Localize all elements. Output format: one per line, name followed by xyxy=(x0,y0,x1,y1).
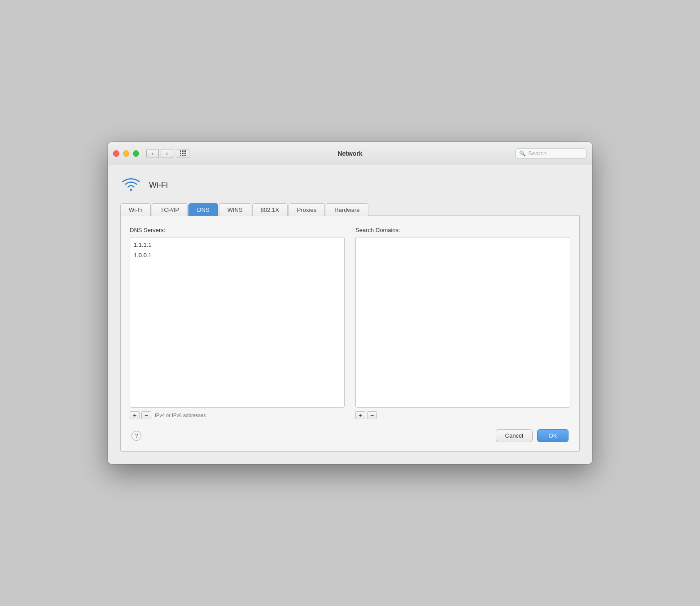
tab-8021x[interactable]: 802.1X xyxy=(252,203,288,216)
tabs-bar: Wi-Fi TCP/IP DNS WINS 802.1X Proxies Har… xyxy=(120,203,580,216)
dns-servers-label: DNS Servers: xyxy=(130,227,345,233)
window-title: Network xyxy=(337,150,362,157)
title-bar: ‹ › Network 🔍 Search xyxy=(108,142,592,165)
search-domains-column: Search Domains: + − xyxy=(355,227,570,419)
help-button[interactable]: ? xyxy=(131,431,141,441)
close-button[interactable] xyxy=(113,150,119,157)
dns-servers-controls: + − IPv4 or IPv6 addresses xyxy=(130,411,345,419)
tab-wins[interactable]: WINS xyxy=(219,203,251,216)
cancel-button[interactable]: Cancel xyxy=(496,429,533,442)
maximize-button[interactable] xyxy=(133,150,139,157)
tab-wifi[interactable]: Wi-Fi xyxy=(120,203,151,216)
dns-servers-column: DNS Servers: 1.1.1.1 1.0.0.1 + − IPv4 or… xyxy=(130,227,345,419)
wifi-svg xyxy=(121,177,141,193)
interface-header: Wi-Fi xyxy=(120,176,580,194)
search-domains-add-button[interactable]: + xyxy=(355,411,365,419)
action-buttons: Cancel OK xyxy=(496,429,569,442)
content-area: Wi-Fi Wi-Fi TCP/IP DNS WINS 802.1X Proxi… xyxy=(108,165,592,464)
svg-point-0 xyxy=(130,189,132,191)
search-icon: 🔍 xyxy=(519,150,526,157)
wifi-icon xyxy=(120,176,142,194)
search-domains-label: Search Domains: xyxy=(355,227,570,233)
search-box[interactable]: 🔍 Search xyxy=(515,148,587,158)
search-domains-list[interactable] xyxy=(355,237,570,408)
interface-name: Wi-Fi xyxy=(149,180,168,190)
tab-tcpip[interactable]: TCP/IP xyxy=(152,203,188,216)
dns-panel: DNS Servers: 1.1.1.1 1.0.0.1 + − IPv4 or… xyxy=(120,216,580,452)
tab-hardware[interactable]: Hardware xyxy=(326,203,368,216)
tab-dns[interactable]: DNS xyxy=(188,203,218,216)
grid-button[interactable] xyxy=(177,149,189,158)
search-domains-remove-button[interactable]: − xyxy=(367,411,377,419)
back-button[interactable]: ‹ xyxy=(146,149,159,158)
dns-servers-list[interactable]: 1.1.1.1 1.0.0.1 xyxy=(130,237,345,408)
forward-button[interactable]: › xyxy=(161,149,173,158)
search-domains-controls: + − xyxy=(355,411,570,419)
traffic-lights xyxy=(113,150,139,157)
dns-layout: DNS Servers: 1.1.1.1 1.0.0.1 + − IPv4 or… xyxy=(130,227,570,419)
search-placeholder: Search xyxy=(528,150,547,157)
network-window: ‹ › Network 🔍 Search xyxy=(108,142,592,464)
ok-button[interactable]: OK xyxy=(537,429,569,442)
dns-remove-button[interactable]: − xyxy=(141,411,151,419)
list-item: 1.1.1.1 xyxy=(134,240,341,250)
nav-buttons: ‹ › xyxy=(146,149,173,158)
list-item: 1.0.0.1 xyxy=(134,250,341,261)
minimize-button[interactable] xyxy=(123,150,129,157)
grid-icon xyxy=(180,150,186,157)
tab-proxies[interactable]: Proxies xyxy=(289,203,325,216)
bottom-bar: ? Cancel OK xyxy=(130,429,570,442)
dns-hint: IPv4 or IPv6 addresses xyxy=(155,413,206,418)
dns-add-button[interactable]: + xyxy=(130,411,140,419)
